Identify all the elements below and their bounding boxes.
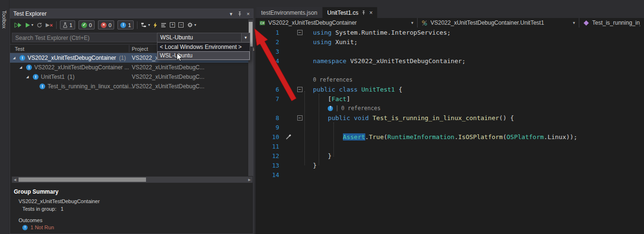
tree-expander-icon[interactable]: ◢ — [20, 66, 24, 69]
passed-badge[interactable]: ✓ 0 — [78, 20, 95, 29]
codelens[interactable]: 0 references — [313, 76, 352, 83]
collapse-icon[interactable]: − — [297, 30, 302, 35]
not-run-icon: ! — [22, 225, 28, 230]
failed-count: 0 — [108, 22, 111, 28]
code-text: using Xunit; — [307, 38, 358, 46]
svg-text:C#: C# — [260, 21, 264, 25]
close-icon[interactable]: × — [247, 11, 250, 17]
beaker-icon — [63, 22, 68, 28]
play-icon: ▶ — [46, 22, 49, 28]
line-number: 11 — [255, 143, 284, 150]
scroll-left-arrow-icon[interactable]: ◀ — [12, 177, 18, 183]
expand-all-button[interactable]: + — [170, 22, 175, 28]
editor-tab[interactable]: UnitTest1.cs× — [322, 7, 377, 18]
code-line: 3 — [255, 47, 644, 56]
fold-margin: − — [293, 30, 307, 35]
navbar-dropdown[interactable]: C#VS2022_xUnitTestDebugContainer▾ — [255, 18, 418, 28]
test-tree-row[interactable]: ◢!Test_is_running_in_linux_contai...VS20… — [10, 82, 253, 91]
test-name: Test_is_running_in_linux_contai... — [48, 83, 133, 90]
test-explorer-toolbar: ▾ ▶× 1 ✓ 0 × 0 ! 1 ▾ + — [10, 19, 247, 31]
window-position-chevron-icon[interactable]: ▾ — [230, 11, 233, 17]
line-number: 3 — [255, 48, 284, 55]
column-divider[interactable] — [129, 45, 129, 52]
test-tree-row[interactable]: ◢!UnitTest1(1)VS2022_xUnitTestDebugC... — [10, 72, 253, 82]
environment-option[interactable]: WSL-Ubuntu — [157, 51, 250, 60]
settings-button[interactable]: ▾ — [187, 22, 196, 28]
collapse-all-button[interactable]: − — [178, 22, 184, 28]
run-all-button[interactable] — [14, 22, 22, 28]
panel-title: Test Explorer — [13, 10, 47, 17]
playlist-button[interactable] — [161, 23, 166, 28]
cancel-x-icon: × — [49, 22, 52, 28]
line-number: 2 — [255, 38, 284, 46]
collapse-icon[interactable]: − — [297, 115, 302, 121]
gear-icon — [187, 22, 193, 28]
hierarchy-icon — [141, 22, 147, 28]
pin-icon[interactable] — [361, 10, 366, 15]
test-explorer-titlebar[interactable]: Test Explorer ▾ × — [10, 9, 253, 19]
toolbox-tab[interactable]: Toolbox — [1, 10, 7, 28]
tree-expander-icon[interactable]: ◢ — [26, 75, 30, 79]
code-text: public void Test_is_running_in_linux_con… — [307, 114, 514, 122]
check-icon: ✓ — [81, 22, 87, 28]
line-number: 14 — [255, 171, 284, 178]
navbar-label: VS2022_xUnitTestDebugContainer.UnitTest1 — [430, 19, 544, 26]
project-icon: C# — [259, 20, 265, 26]
editor-tab[interactable]: testEnvironments.json — [256, 7, 322, 18]
collapse-icon[interactable]: − — [297, 87, 302, 92]
method-icon — [583, 20, 589, 26]
test-tree-row[interactable]: ◢!VS2022_xUnitTestDebugContainer ...VS20… — [10, 63, 253, 72]
horizontal-scrollbar[interactable]: ◀ ▶ — [12, 177, 253, 183]
lightning-button[interactable] — [153, 22, 157, 28]
toolbox-strip: Toolbox — [0, 0, 10, 234]
line-number: 9 — [255, 124, 284, 131]
tests-in-group-value: 1 — [61, 206, 64, 212]
code-area[interactable]: 1−using System.Runtime.InteropServices;2… — [255, 28, 644, 234]
not-run-icon: ! — [328, 106, 333, 111]
close-icon[interactable]: × — [369, 9, 372, 16]
run-button[interactable]: ▾ — [25, 22, 33, 28]
group-by-button[interactable]: ▾ — [141, 22, 150, 28]
chevron-down-icon: ▾ — [148, 23, 150, 27]
test-count: (1) — [119, 55, 126, 61]
failed-badge[interactable]: × 0 — [98, 20, 114, 29]
not-run-text[interactable]: 1 Not Run — [30, 225, 54, 230]
toolbar-separator — [137, 21, 137, 29]
tree-expander-icon[interactable]: ◢ — [13, 56, 17, 60]
line-number: 5 — [255, 67, 284, 74]
project-name: VS2022_xUnitTestDebugC... — [132, 63, 205, 72]
list-icon — [161, 23, 166, 28]
scrollbar-thumb[interactable] — [19, 178, 146, 182]
environment-option[interactable]: < Local Windows Environment > — [157, 43, 250, 51]
code-line: 6−public class UnitTest1 { — [255, 84, 644, 94]
column-header-test[interactable]: Test — [15, 46, 24, 52]
combobox-dropdown-button[interactable]: ▾ — [241, 33, 250, 42]
group-summary: Group Summary VS2022_xUnitTestDebugConta… — [10, 186, 253, 234]
code-line: 5 — [255, 66, 644, 75]
not-run-icon: ! — [33, 74, 39, 80]
test-name: UnitTest1 — [41, 74, 65, 80]
editor-tabs: testEnvironments.jsonUnitTest1.cs× — [256, 7, 378, 18]
codelens-row: !|0 references — [255, 103, 644, 113]
not-run-count: 1 — [128, 22, 131, 28]
navbar-label: VS2022_xUnitTestDebugContainer — [268, 19, 357, 26]
environment-combobox[interactable]: WSL-Ubuntu ▾ — [157, 33, 250, 42]
tests-in-group-label: Tests in group: — [22, 206, 57, 212]
fold-margin: − — [293, 115, 307, 121]
code-line: 13} — [255, 160, 644, 170]
pin-icon[interactable] — [237, 11, 242, 17]
total-tests-badge[interactable]: 1 — [60, 20, 75, 29]
codelens[interactable]: !|0 references — [313, 105, 381, 112]
chevron-down-icon: ▾ — [244, 35, 247, 40]
scroll-right-arrow-icon[interactable]: ▶ — [246, 177, 253, 183]
chevron-down-icon: ▾ — [31, 23, 33, 27]
not-run-badge[interactable]: ! 1 — [117, 20, 134, 29]
cancel-run-button[interactable]: ▶× — [46, 22, 53, 28]
navbar-dropdown[interactable]: VS2022_xUnitTestDebugContainer.UnitTest1… — [418, 18, 579, 28]
navbar-dropdown[interactable]: Test_is_running_in_lin — [579, 18, 644, 28]
editor-area: testEnvironments.jsonUnitTest1.cs× C#VS2… — [255, 0, 644, 234]
repeat-run-button[interactable] — [37, 22, 42, 28]
column-header-project[interactable]: Project — [132, 46, 148, 52]
toolbar-separator — [56, 21, 57, 29]
chevron-down-icon: ▾ — [570, 20, 575, 25]
